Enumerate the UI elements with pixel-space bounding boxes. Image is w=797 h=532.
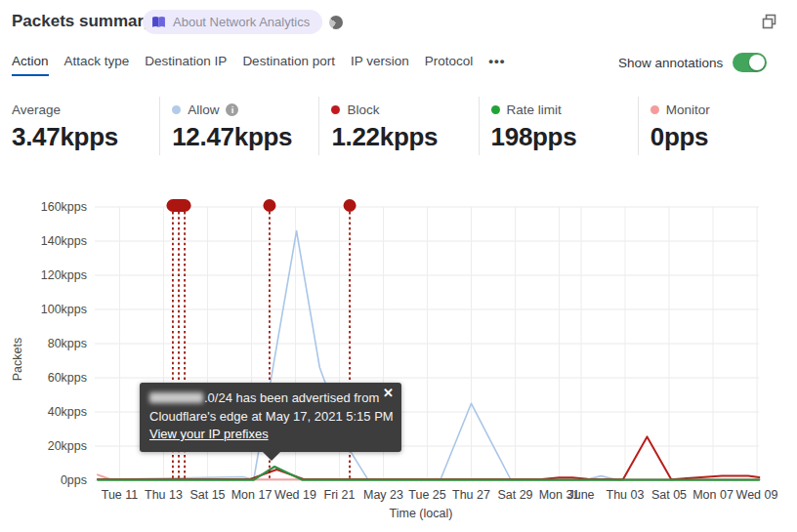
packets-time-series-chart: 0pps20kpps40kpps60kpps80kpps100kpps120kp… <box>0 190 797 532</box>
annotation-tooltip: ✕ .0/24 has been advertised from Cloudfl… <box>140 383 401 452</box>
stat-allow: Allow i 12.47kpps <box>159 97 318 155</box>
pie-chart-icon[interactable] <box>329 16 343 29</box>
allow-legend-dot <box>172 105 181 114</box>
tabs-more-ellipsis-icon[interactable]: ••• <box>488 54 505 76</box>
stat-label: Allow <box>188 102 219 117</box>
tab-protocol[interactable]: Protocol <box>425 54 474 76</box>
tab-destination-ip[interactable]: Destination IP <box>145 54 227 76</box>
x-tick-label: Sat 05 <box>651 488 687 502</box>
badge-label: About Network Analytics <box>173 15 310 29</box>
x-tick-label: Thu 27 <box>452 488 490 502</box>
dimension-tabs: Action Attack type Destination IP Destin… <box>12 54 505 76</box>
stat-value: 12.47kpps <box>172 122 318 152</box>
x-tick-label: Thu 03 <box>607 488 645 502</box>
tooltip-line1: .0/24 has been advertised from <box>204 390 379 405</box>
page-title: Packets summary <box>12 12 153 31</box>
info-icon[interactable]: i <box>226 103 238 116</box>
x-tick-label: Mon 17 <box>231 488 273 502</box>
x-tick-label: Thu 13 <box>145 488 183 502</box>
x-tick-label: June <box>567 488 594 502</box>
x-tick-label: Sat 29 <box>497 488 532 502</box>
close-icon[interactable]: ✕ <box>383 387 394 400</box>
y-tick-label: 160kpps <box>41 200 87 214</box>
stat-monitor: Monitor 0pps <box>638 97 797 155</box>
stat-value: 3.47kpps <box>12 122 159 152</box>
tab-destination-port[interactable]: Destination port <box>242 54 335 76</box>
y-tick-label: 40kpps <box>48 405 87 419</box>
book-icon <box>151 16 166 28</box>
stat-block: Block 1.22kpps <box>318 97 478 155</box>
x-tick-label: Wed 19 <box>274 488 316 502</box>
toggle-knob <box>749 55 765 70</box>
stat-value: 198pps <box>491 122 638 152</box>
y-tick-label: 0pps <box>61 473 87 487</box>
stat-value: 1.22kpps <box>331 122 478 152</box>
x-tick-label: May 23 <box>363 488 403 502</box>
x-tick-label: Tue 25 <box>408 488 446 502</box>
x-axis-title: Time (local) <box>390 507 453 520</box>
stat-value: 0pps <box>650 122 797 152</box>
annotation-marker-pill[interactable] <box>166 199 190 212</box>
copy-window-icon[interactable] <box>761 13 778 30</box>
annotations-toggle[interactable] <box>733 53 767 72</box>
y-tick-label: 60kpps <box>48 371 87 385</box>
packets-summary-panel: Packets summary About Network Analytics … <box>0 0 797 532</box>
stat-label: Average <box>12 102 61 117</box>
y-axis-title: Packets <box>11 338 24 381</box>
stat-label: Block <box>347 102 379 117</box>
block-legend-dot <box>331 105 340 114</box>
y-tick-label: 120kpps <box>41 268 87 282</box>
about-network-analytics-badge[interactable]: About Network Analytics <box>143 10 322 34</box>
monitor-legend-dot <box>650 105 659 114</box>
stat-average: Average 3.47kpps <box>0 97 159 155</box>
tab-action[interactable]: Action <box>12 54 49 76</box>
x-tick-label: Wed 09 <box>736 488 778 502</box>
x-tick-label: Tue 11 <box>102 488 139 502</box>
annotation-marker-dot[interactable] <box>263 199 275 212</box>
rate-limit-legend-dot <box>491 105 500 114</box>
view-ip-prefixes-link[interactable]: View your IP prefixes <box>149 427 269 441</box>
stat-label: Monitor <box>666 102 710 117</box>
y-tick-label: 20kpps <box>48 439 87 453</box>
x-tick-label: Mon 07 <box>692 488 734 502</box>
stat-rate-limit: Rate limit 198pps <box>479 97 638 155</box>
tab-attack-type[interactable]: Attack type <box>64 54 130 76</box>
y-tick-label: 80kpps <box>48 337 87 350</box>
show-annotations-label: Show annotations <box>618 56 723 70</box>
stats-row: Average 3.47kpps Allow i 12.47kpps Block… <box>0 97 797 155</box>
tooltip-line2: Cloudflare's edge at May 17, 2021 5:15 P… <box>149 409 394 424</box>
x-tick-label: Fri 21 <box>324 488 356 502</box>
annotation-marker-dot[interactable] <box>344 199 357 212</box>
show-annotations-control: Show annotations <box>618 53 767 72</box>
y-tick-label: 100kpps <box>41 303 87 316</box>
tooltip-caret <box>263 452 280 461</box>
y-tick-label: 140kpps <box>41 234 87 248</box>
stat-label: Rate limit <box>507 102 562 117</box>
x-tick-label: Sat 15 <box>189 488 225 502</box>
tab-ip-version[interactable]: IP version <box>351 54 409 76</box>
redacted-ip-prefix <box>149 392 203 403</box>
